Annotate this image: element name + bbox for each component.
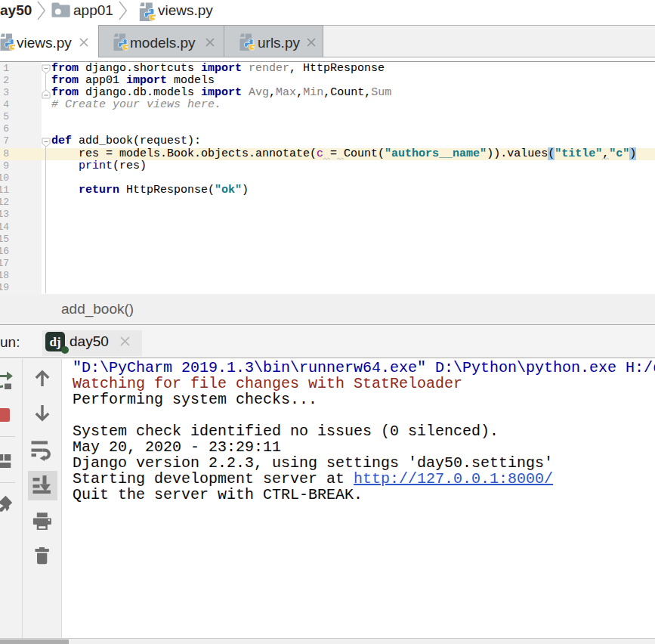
svg-text:dj: dj <box>49 335 60 349</box>
